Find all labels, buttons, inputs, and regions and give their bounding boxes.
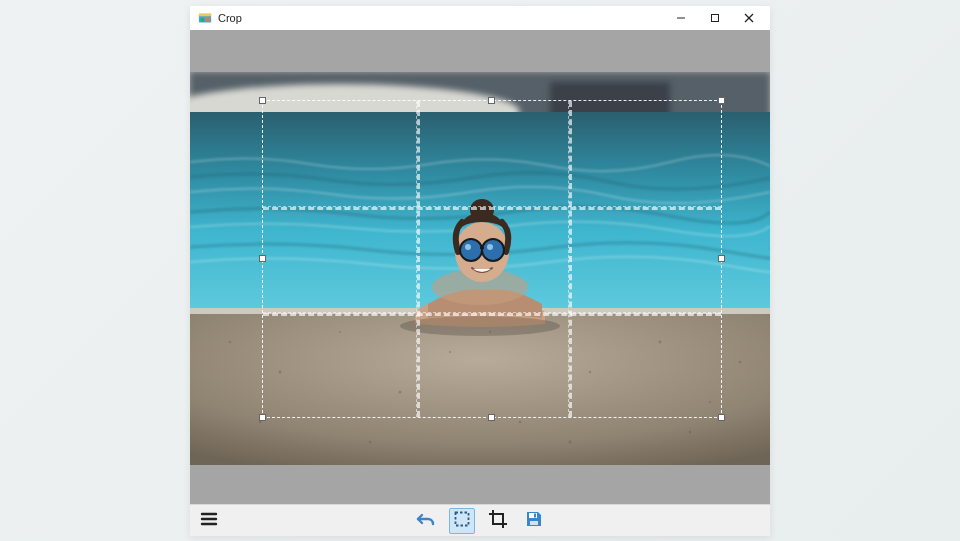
- undo-button[interactable]: [413, 508, 439, 534]
- svg-point-39: [400, 316, 560, 336]
- maximize-button[interactable]: [698, 7, 732, 29]
- crop-tool-button[interactable]: [485, 508, 511, 534]
- selection-icon: [453, 510, 471, 532]
- window-title: Crop: [218, 12, 242, 24]
- svg-point-24: [369, 441, 371, 443]
- svg-point-14: [229, 341, 231, 343]
- image-holder[interactable]: [190, 72, 770, 465]
- svg-point-18: [449, 351, 451, 353]
- svg-point-38: [487, 244, 493, 250]
- svg-point-37: [465, 244, 471, 250]
- app-icon: [198, 11, 212, 25]
- svg-rect-13: [190, 314, 770, 465]
- svg-rect-2: [201, 18, 205, 22]
- svg-point-21: [659, 341, 662, 344]
- svg-rect-43: [456, 512, 469, 525]
- edited-image: [190, 72, 770, 465]
- svg-point-15: [279, 371, 282, 374]
- crop-icon: [488, 509, 508, 533]
- canvas-area[interactable]: [190, 30, 770, 504]
- selection-tool-button[interactable]: [449, 508, 475, 534]
- titlebar[interactable]: Crop: [190, 6, 770, 30]
- menu-icon: [200, 510, 218, 532]
- svg-point-31: [470, 199, 494, 221]
- svg-point-19: [519, 421, 522, 424]
- svg-point-16: [339, 331, 341, 333]
- window-controls: [664, 7, 766, 29]
- svg-point-20: [589, 371, 591, 373]
- svg-point-28: [739, 361, 742, 364]
- svg-rect-45: [530, 521, 538, 525]
- save-button[interactable]: [521, 508, 547, 534]
- svg-point-17: [399, 391, 402, 394]
- minimize-button[interactable]: [664, 7, 698, 29]
- close-button[interactable]: [732, 7, 766, 29]
- svg-point-27: [689, 431, 691, 433]
- undo-icon: [416, 510, 436, 532]
- svg-rect-1: [199, 14, 211, 17]
- svg-point-22: [709, 401, 711, 403]
- save-icon: [525, 510, 543, 532]
- svg-point-26: [569, 441, 572, 444]
- svg-point-23: [259, 421, 262, 424]
- svg-rect-3: [206, 17, 210, 21]
- svg-rect-46: [534, 513, 536, 517]
- svg-rect-5: [712, 15, 719, 22]
- menu-button[interactable]: [196, 508, 222, 534]
- toolbar: [190, 504, 770, 536]
- app-window: Crop: [190, 6, 770, 536]
